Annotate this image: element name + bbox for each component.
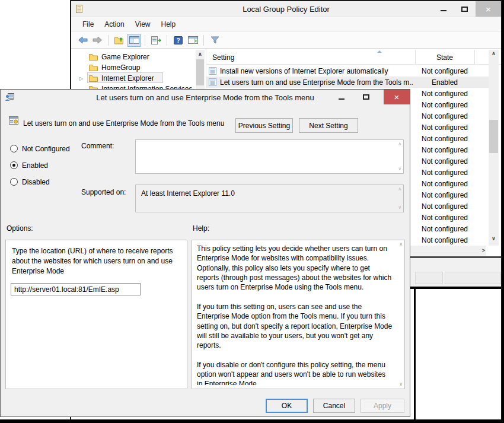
tree-scrollbar[interactable]: ∧ — [196, 50, 205, 89]
radio-circle-icon[interactable] — [10, 178, 18, 186]
scroll-right-icon[interactable]: > — [482, 248, 485, 253]
ok-button[interactable]: OK — [266, 399, 308, 413]
scroll-up-icon: ∧ — [398, 187, 401, 192]
column-divider[interactable] — [474, 50, 475, 65]
supported-on-value: At least Internet Explorer 11.0 — [141, 189, 235, 198]
supported-on-box: At least Internet Explorer 11.0 ∧ ∨ — [135, 185, 404, 212]
row-state-text: Not configured — [415, 191, 474, 199]
radio-enabled[interactable]: Enabled — [10, 161, 48, 170]
show-action-pane-icon[interactable] — [186, 34, 199, 47]
tree-item-game-explorer[interactable]: Game Explorer — [71, 52, 206, 62]
help-box: This policy setting lets you decide whet… — [192, 240, 405, 389]
row-state-text: Not configured — [415, 168, 474, 177]
tree-scrollbar-thumb[interactable] — [196, 59, 204, 85]
radio-not-configured[interactable]: Not Configured — [10, 144, 70, 153]
policy-row-icon — [209, 78, 216, 88]
menu-help[interactable]: Help — [156, 18, 181, 31]
menu-view[interactable]: View — [130, 18, 156, 31]
up-one-level-icon[interactable] — [113, 34, 126, 47]
dialog-maximize-button[interactable] — [356, 90, 375, 104]
back-icon[interactable] — [76, 34, 89, 47]
options-instruction: Type the location (URL) of where to rece… — [12, 246, 181, 276]
supported-on-label: Supported on: — [81, 188, 126, 196]
scroll-up-icon[interactable]: ∧ — [489, 51, 499, 56]
row-state-text: Not configured — [415, 146, 474, 154]
row-setting-text: Let users turn on and use Enterprise Mod… — [220, 78, 413, 87]
previous-setting-button[interactable]: Previous Setting — [235, 118, 293, 133]
help-label: Help: — [193, 224, 209, 233]
scroll-up-icon[interactable]: ∧ — [399, 242, 403, 247]
row-state-text: Not configured — [415, 214, 474, 222]
policy-list-row[interactable]: Let users turn on and use Enterprise Mod… — [206, 77, 489, 88]
tree-item-label: HomeGroup — [101, 63, 140, 72]
row-state-text: Not configured — [415, 67, 474, 75]
status-segment — [415, 272, 443, 284]
comment-textarea[interactable] — [136, 140, 403, 173]
row-state-text: Enabled — [415, 78, 474, 87]
row-state-text: Not configured — [415, 135, 474, 143]
radio-label: Disabled — [22, 178, 50, 186]
scroll-up-icon[interactable]: ∧ — [196, 52, 205, 57]
toolbar-separator — [108, 35, 109, 46]
tree-item-internet-explorer[interactable]: ▷ Internet Explorer — [71, 73, 206, 84]
export-list-icon[interactable] — [149, 34, 162, 47]
tree-item-label: Game Explorer — [101, 53, 149, 61]
help-icon[interactable]: ? — [171, 34, 184, 47]
row-state-text: Not configured — [415, 157, 474, 166]
main-maximize-button[interactable] — [455, 1, 473, 17]
radio-label: Enabled — [22, 161, 48, 170]
screen: Local Group Policy Editor × File Action … — [0, 0, 504, 423]
scrollbar-thumb[interactable] — [489, 120, 498, 153]
row-state-text: Not configured — [415, 112, 474, 120]
toolbar-separator — [167, 35, 167, 46]
cancel-button[interactable]: Cancel — [313, 399, 355, 413]
svg-text:?: ? — [176, 37, 180, 43]
row-state-text: Not configured — [415, 202, 474, 211]
toolbar: ? — [71, 32, 501, 49]
policy-list-row[interactable]: Install new versions of Internet Explore… — [206, 65, 489, 77]
toolbar-separator — [145, 35, 145, 46]
policy-name: Let users turn on and use Enterprise Mod… — [23, 119, 231, 128]
radio-circle-icon[interactable] — [10, 145, 18, 152]
row-state-text: Not configured — [415, 90, 474, 98]
scroll-down-icon[interactable]: ∨ — [399, 382, 403, 387]
row-state-text: Not configured — [415, 123, 474, 132]
menu-file[interactable]: File — [77, 18, 99, 31]
comment-label: Comment: — [81, 142, 114, 150]
next-setting-button[interactable]: Next Setting — [299, 118, 358, 133]
radio-disabled[interactable]: Disabled — [10, 177, 50, 186]
options-label: Options: — [7, 224, 33, 233]
dialog-minimize-button[interactable] — [333, 90, 350, 104]
dialog-close-button[interactable]: × — [384, 90, 410, 104]
policy-setting-icon — [9, 116, 18, 126]
main-close-button[interactable]: × — [476, 1, 501, 17]
row-state-text: Not configured — [415, 180, 474, 188]
main-minimize-button[interactable] — [435, 1, 452, 17]
report-url-input[interactable] — [11, 283, 141, 295]
status-segment — [445, 272, 501, 284]
list-vertical-scrollbar[interactable]: ∧ ∨ — [489, 50, 499, 246]
row-state-text: Not configured — [415, 101, 474, 109]
column-header-state[interactable]: State — [415, 53, 474, 62]
column-header-setting[interactable]: Setting — [212, 53, 234, 62]
scroll-down-icon[interactable]: ∨ — [489, 236, 499, 241]
radio-label: Not Configured — [22, 145, 70, 153]
capture-border — [502, 0, 504, 423]
dialog-title-bar[interactable]: Let users turn on and use Enterprise Mod… — [1, 90, 410, 105]
radio-circle-icon[interactable] — [10, 161, 18, 169]
forward-icon[interactable] — [91, 34, 104, 47]
menu-action[interactable]: Action — [99, 18, 129, 31]
options-box: Type the location (URL) of where to rece… — [5, 240, 187, 389]
tree-expander-icon[interactable]: ▷ — [79, 76, 83, 81]
folder-icon — [89, 75, 98, 84]
menu-bar: File Action View Help — [71, 17, 501, 32]
scroll-down-icon: ∨ — [398, 205, 401, 210]
filter-icon[interactable] — [208, 34, 221, 47]
sort-ascending-icon — [377, 50, 382, 53]
help-text: This policy setting lets you decide whet… — [197, 244, 393, 385]
show-console-tree-icon[interactable] — [127, 34, 141, 47]
main-title-bar[interactable]: Local Group Policy Editor × — [71, 1, 501, 17]
policy-row-icon — [209, 67, 216, 77]
policy-setting-dialog: Let users turn on and use Enterprise Mod… — [0, 89, 410, 417]
tree-item-homegroup[interactable]: HomeGroup — [71, 62, 206, 73]
